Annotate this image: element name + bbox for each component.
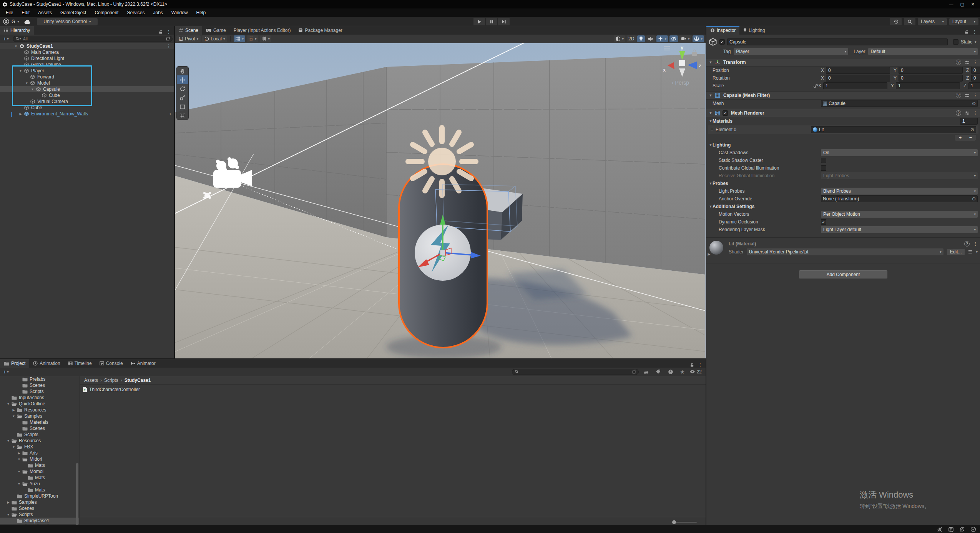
help-icon[interactable]: ?: [956, 60, 961, 65]
scale-y-field[interactable]: [896, 82, 960, 89]
project-folder-mats[interactable]: Mats: [0, 487, 79, 493]
menu-jobs[interactable]: Jobs: [149, 8, 167, 17]
tab-game[interactable]: Game: [202, 26, 230, 35]
position-x-field[interactable]: [826, 67, 890, 74]
kebab-menu-icon[interactable]: ⋮: [973, 93, 978, 98]
remove-element-button[interactable]: −: [965, 135, 976, 141]
menu-component[interactable]: Component: [90, 8, 123, 17]
project-folder-aris[interactable]: ▶Aris: [0, 450, 79, 456]
project-folder-samples[interactable]: ▼Samples: [0, 413, 79, 419]
account-icon[interactable]: [3, 18, 9, 25]
layers-dropdown[interactable]: Layers▾: [918, 18, 947, 25]
lighting-foldout[interactable]: ▼Lighting: [706, 141, 980, 149]
project-folder-quickoutline[interactable]: ▼QuickOutline: [0, 401, 79, 407]
scene-audio-toggle[interactable]: [646, 35, 655, 42]
lock-icon[interactable]: [690, 363, 694, 367]
maximize-button[interactable]: ▢: [960, 2, 964, 7]
static-caret-icon[interactable]: ▾: [975, 40, 977, 44]
scene-viewport[interactable]: y x z ‹ Persp: [175, 43, 706, 358]
object-picker-icon[interactable]: ⊙: [970, 127, 974, 132]
search-button[interactable]: [904, 18, 915, 25]
project-folder-scenes[interactable]: Scenes: [0, 382, 79, 388]
scale-z-field[interactable]: [968, 82, 980, 89]
add-element-button[interactable]: +: [955, 135, 965, 141]
foldout-arrow-icon[interactable]: ▼: [5, 439, 11, 443]
drag-handle-icon[interactable]: =: [708, 127, 716, 132]
foldout-arrow-icon[interactable]: ▼: [16, 482, 22, 486]
tab-scene[interactable]: Scene: [175, 26, 202, 35]
help-icon[interactable]: ?: [964, 241, 970, 247]
static-checkbox[interactable]: [953, 39, 958, 45]
increment-snap-button[interactable]: ▾: [247, 35, 258, 42]
project-folder-studycase1[interactable]: StudyCase1: [0, 518, 79, 524]
menu-assets[interactable]: Assets: [34, 8, 56, 17]
tag-dropdown[interactable]: Player▾: [734, 48, 848, 55]
help-icon[interactable]: ?: [956, 110, 961, 116]
project-folder-scenes[interactable]: Scenes: [0, 425, 79, 431]
project-search-input[interactable]: [512, 369, 639, 375]
foldout-arrow-icon[interactable]: ▼: [5, 402, 11, 406]
rendering-layer-mask-dropdown[interactable]: Light Layer default▾: [821, 226, 978, 233]
shading-mode-dropdown[interactable]: ▾: [614, 35, 626, 42]
hierarchy-item-directional-light[interactable]: Directional Light: [0, 55, 174, 62]
gameobject-cube-icon[interactable]: [709, 38, 717, 46]
foldout-arrow-icon[interactable]: ▶: [5, 501, 11, 504]
project-folder-simpleurptoon[interactable]: SimpleURPToon: [0, 493, 79, 499]
presets-icon[interactable]: [965, 60, 970, 65]
position-y-field[interactable]: [899, 67, 963, 74]
hand-tool[interactable]: [177, 67, 188, 75]
search-picker-icon[interactable]: [632, 370, 636, 374]
undo-history-button[interactable]: [890, 18, 902, 25]
foldout-arrow-icon[interactable]: ▼: [30, 88, 35, 91]
hierarchy-item-forward[interactable]: Forward: [0, 74, 174, 80]
search-picker-icon[interactable]: [166, 37, 170, 41]
foldout-arrow-icon[interactable]: ▼: [18, 69, 23, 73]
motion-vectors-dropdown[interactable]: Per Object Motion▾: [821, 211, 978, 218]
minimize-button[interactable]: —: [949, 2, 953, 7]
grid-snap-button[interactable]: ▾: [234, 35, 245, 42]
hierarchy-item-global-volume[interactable]: Global Volume: [0, 62, 174, 68]
foldout-arrow-icon[interactable]: ▶: [16, 451, 22, 455]
contribute-gi-checkbox[interactable]: [821, 165, 826, 171]
transform-header[interactable]: ▼ Transform ?⋮: [706, 58, 980, 67]
hierarchy-item-cube[interactable]: Cube: [0, 105, 174, 111]
refresh-disabled-icon[interactable]: [959, 526, 965, 532]
transform-tool[interactable]: [177, 111, 188, 120]
pause-button[interactable]: [486, 18, 497, 25]
scale-tool[interactable]: [177, 93, 188, 102]
kebab-menu-icon[interactable]: ⋮: [972, 29, 977, 35]
project-folder-scenes[interactable]: Scenes: [0, 505, 79, 511]
project-folder-resources[interactable]: ▶Resources: [0, 407, 79, 413]
shader-edit-button[interactable]: Edit...: [947, 248, 965, 255]
hierarchy-item-capsule[interactable]: ▼Capsule: [0, 86, 174, 92]
cast-shadows-dropdown[interactable]: On▾: [821, 149, 978, 156]
tab-animation[interactable]: Animation: [29, 359, 64, 368]
asset-thirdcharactercontroller[interactable]: #ThirdCharacterController: [83, 386, 706, 393]
lock-icon[interactable]: [158, 30, 163, 34]
project-folder-mats[interactable]: Mats: [0, 462, 79, 468]
project-folder-yuzu[interactable]: ▼Yuzu: [0, 481, 79, 487]
material-preview-sphere[interactable]: [709, 241, 723, 255]
hierarchy-item-main-camera[interactable]: Main Camera: [0, 49, 174, 55]
link-scale-icon[interactable]: [813, 83, 818, 88]
material-element-row[interactable]: = Element 0 Lit ⊙: [708, 125, 978, 134]
project-folder-resources[interactable]: ▼Resources: [0, 438, 79, 444]
scene-lighting-toggle[interactable]: [637, 35, 645, 42]
position-z-field[interactable]: [971, 67, 980, 74]
kebab-menu-icon[interactable]: ⋮: [973, 110, 978, 116]
project-folder-inputactions[interactable]: InputActions: [0, 395, 79, 401]
rotation-z-field[interactable]: [971, 75, 980, 82]
menu-edit[interactable]: Edit: [17, 8, 34, 17]
tab-timeline[interactable]: Timeline: [64, 359, 96, 368]
project-folder-mats[interactable]: Mats: [0, 475, 79, 481]
add-component-button[interactable]: Add Component: [799, 270, 887, 279]
project-folder-materials[interactable]: Materials: [0, 419, 79, 425]
layout-dropdown[interactable]: Layout▾: [949, 18, 978, 25]
scene-effects-dropdown[interactable]: ▾: [656, 35, 668, 42]
materials-add-remove[interactable]: +−: [955, 134, 976, 141]
snap-settings-button[interactable]: ▾: [260, 35, 272, 42]
hierarchy-item-virtual-camera[interactable]: Virtual Camera: [0, 98, 174, 105]
move-tool[interactable]: [177, 75, 188, 84]
hidden-count[interactable]: 22: [689, 369, 704, 375]
alerts-icon[interactable]: [666, 369, 676, 375]
